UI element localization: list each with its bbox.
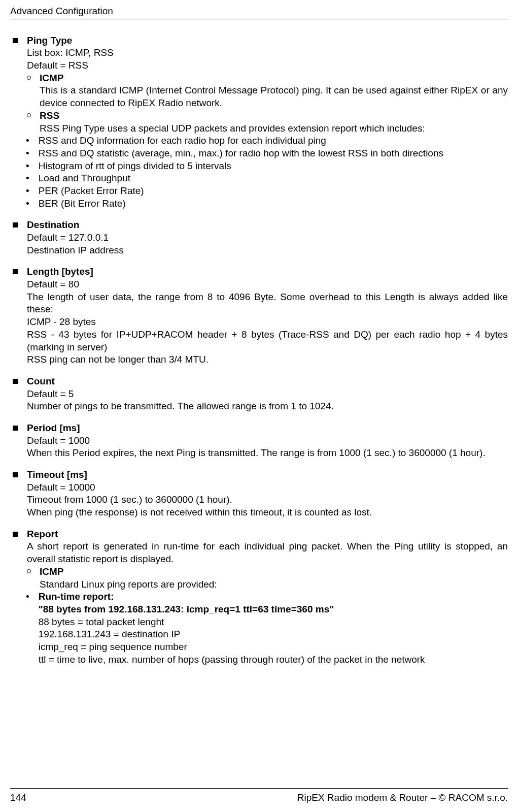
text-line: Default = 80 [27,278,508,291]
dot-bullet-icon: • [26,185,29,198]
text-line: PER (Packet Error Rate) [39,185,508,198]
dot-bullet-icon: • [26,147,29,160]
section-count: Count Default = 5 Number of pings to be … [10,375,508,413]
text-line: Default = 1000 [27,435,508,447]
text-line: 192.168.131.243 = destination IP [39,628,508,641]
text-line: Standard Linux ping reports are provided… [40,578,508,591]
square-bullet-icon [13,269,18,274]
text-line: Histogram of rtt of pings divided to 5 i… [39,160,508,173]
subsection-rss: RSS RSS Ping Type uses a special UDP pac… [27,110,508,135]
footer-text: RipEX Radio modem & Router – © RACOM s.r… [297,792,508,804]
page-footer: 144 RipEX Radio modem & Router – © RACOM… [10,788,508,804]
dot-bullet-icon: • [26,172,29,185]
dot-bullet-icon: • [26,591,29,666]
section-timeout: Timeout [ms] Default = 10000 Timeout fro… [10,469,508,519]
text-line: When ping (the response) is not received… [27,506,508,519]
list-item-runtime: • Run-time report: "88 bytes from 192.16… [27,591,508,666]
list-item: • RSS and DQ statistic (average, min., m… [27,147,508,160]
section-title: Timeout [ms] [27,469,508,481]
text-line: icmp_req = ping sequence number [39,641,508,654]
circle-bullet-icon [27,569,31,573]
section-title: Ping Type [27,35,508,47]
subsection-report-icmp: ICMP Standard Linux ping reports are pro… [27,566,508,591]
subsection-title: ICMP [40,566,508,578]
page-header: Advanced Configuration [10,5,508,19]
text-line: Default = 10000 [27,481,508,494]
text-line: ICMP - 28 bytes [27,316,508,329]
text-line: RSS and DQ information for each radio ho… [39,135,508,147]
text-line: Default = 127.0.0.1 [27,232,508,244]
list-item: • Histogram of rtt of pings divided to 5… [27,160,508,173]
text-line: 88 bytes = total packet lenght [39,616,508,629]
section-title: Count [27,375,508,388]
dot-bullet-icon: • [26,198,29,210]
text-line: RSS Ping Type uses a special UDP packets… [40,122,508,135]
section-title: Length [bytes] [27,266,508,278]
runtime-example: "88 bytes from 192.168.131.243: icmp_req… [39,603,508,616]
circle-bullet-icon [27,113,31,117]
text-line: RSS ping can not be longer than 3/4 MTU. [27,353,508,366]
section-ping-type: Ping Type List box: ICMP, RSS Default = … [10,35,508,210]
circle-bullet-icon [27,76,31,80]
list-item: • PER (Packet Error Rate) [27,185,508,198]
text-line: Load and Throughput [39,172,508,185]
text-line: Timeout from 1000 (1 sec.) to 3600000 (1… [27,494,508,506]
subsection-title: ICMP [40,72,508,85]
text-line: Number of pings to be transmitted. The a… [27,400,508,413]
list-item: • RSS and DQ information for each radio … [27,135,508,147]
subsection-icmp: ICMP This is a standard ICMP (Internet C… [27,72,508,110]
content: Ping Type List box: ICMP, RSS Default = … [10,35,508,666]
section-length: Length [bytes] Default = 80 The length o… [10,266,508,366]
text-line: RSS - 43 bytes for IP+UDP+RACOM header +… [27,329,508,353]
section-title: Report [27,528,508,541]
text-line: Destination IP address [27,244,508,257]
text-line: The length of user data, the range from … [27,291,508,316]
square-bullet-icon [13,38,18,43]
square-bullet-icon [13,379,18,384]
dot-bullet-icon: • [26,160,29,173]
text-line: This is a standard ICMP (Internet Contro… [40,84,508,109]
text-line: When this Period expires, the next Ping … [27,447,508,460]
text-line: Default = RSS [27,59,508,72]
square-bullet-icon [13,472,18,477]
text-line: RSS and DQ statistic (average, min., max… [39,147,508,160]
text-line: List box: ICMP, RSS [27,47,508,59]
dot-bullet-icon: • [26,135,29,147]
section-report: Report A short report is generated in ru… [10,528,508,666]
page-number: 144 [10,792,26,804]
subsection-title: RSS [40,110,508,122]
square-bullet-icon [13,426,18,431]
text-line: BER (Bit Error Rate) [39,198,508,210]
section-period: Period [ms] Default = 1000 When this Per… [10,422,508,460]
text-line: ttl = time to live, max. number of hops … [39,654,508,666]
section-title: Period [ms] [27,422,508,435]
runtime-title: Run-time report: [39,591,508,603]
section-destination: Destination Default = 127.0.0.1 Destinat… [10,219,508,256]
square-bullet-icon [13,222,18,228]
text-line: A short report is generated in run-time … [27,540,508,565]
list-item: • Load and Throughput [27,172,508,185]
list-item: • BER (Bit Error Rate) [27,198,508,210]
section-title: Destination [27,219,508,232]
square-bullet-icon [13,532,18,537]
text-line: Default = 5 [27,388,508,401]
